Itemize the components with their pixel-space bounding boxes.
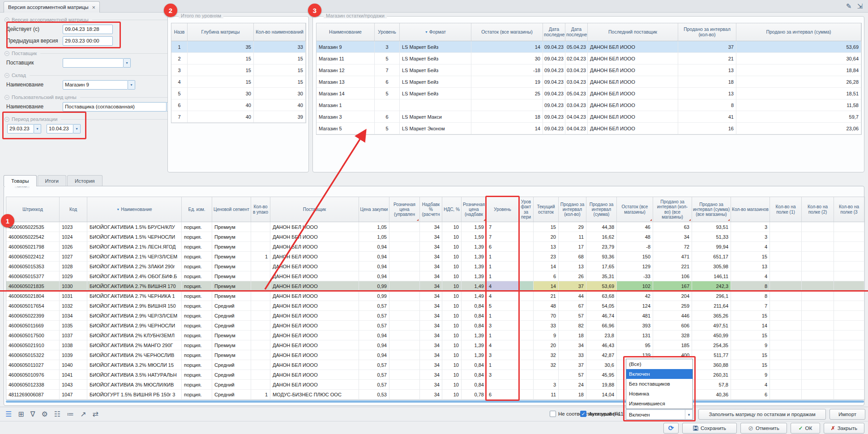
previous-version-input[interactable] (63, 36, 113, 46)
sku-row[interactable]: 46006050219101038БИОЙОГ.АКТИВИА 2% МАНГО… (6, 340, 864, 350)
dropdown-item[interactable]: Новинка (626, 389, 693, 399)
level-row[interactable]: 31515 (171, 64, 306, 76)
store-row[interactable]: Магазин 36LS Маркет Макси1809.04.2304.04… (316, 111, 861, 123)
column-header[interactable]: Продано за интервал (сумма) (736, 23, 861, 41)
import-button[interactable]: Импорт (830, 409, 865, 420)
calendar-dropdown-icon[interactable]: ▾ (73, 124, 81, 133)
level-row[interactable]: 13533 (171, 41, 306, 53)
horizontal-scrollbar[interactable] (6, 400, 864, 403)
level-row[interactable]: 74039 (171, 111, 306, 123)
column-header[interactable]: Остаток (все магазины) (471, 23, 543, 41)
column-header[interactable]: ▼Формат (400, 23, 471, 41)
chevron-down-icon[interactable]: ▾ (685, 410, 693, 419)
refresh-button[interactable]: ⟳ (663, 423, 679, 434)
sku-row[interactable]: 46006050109761041БИОЙОГ.АКТИВИА 3.5% НАТ… (6, 370, 864, 380)
close-icon[interactable]: × (92, 4, 96, 11)
sku-row[interactable]: 48112690060871047БИОЙОГУРТ 1.5% ВИШНЯ РБ… (6, 390, 864, 400)
sku-row[interactable]: 46006050116691035БИОЙОГ.АКТИВИА 2.9% ЧЕР… (6, 321, 864, 331)
column-header[interactable]: Кол-во в упако (251, 197, 270, 222)
store-row[interactable]: Магазин 145LS Маркет Бейз2509.04.2305.04… (316, 88, 861, 99)
store-row[interactable]: Магазин 55LS Маркет Эконом1409.04.2304.0… (316, 123, 861, 134)
collapse-icon[interactable]: − (4, 73, 9, 78)
sku-row[interactable]: 46006050153531028БИОЙОГ.АКТИВИА 2.2% ЗЛА… (6, 262, 864, 271)
sku-row[interactable]: 46006050218351030БИОЙОГ.АКТИВИА 2.7% ВИШ… (6, 281, 864, 291)
column-header[interactable]: Продано за интервал (сумма) (586, 197, 617, 222)
view-mode-icon[interactable]: ☰ (5, 410, 12, 418)
price-view-input[interactable] (63, 102, 167, 112)
sort-filter-icon[interactable]: ▼ (425, 30, 428, 34)
active-checkbox[interactable]: ✓ Активный (F11 (580, 411, 624, 417)
column-header[interactable]: Дата последне (543, 23, 565, 41)
tab-history[interactable]: История (67, 175, 103, 186)
column-header[interactable]: Глубина матрицы (188, 23, 254, 41)
sort-filter-icon[interactable]: ▼ (116, 208, 120, 211)
edit-icon[interactable]: ✎ (846, 2, 852, 10)
valid-from-input[interactable] (63, 25, 113, 34)
list-filter-icon[interactable]: ≔ (67, 410, 74, 418)
column-header[interactable]: Розничная цена (надбавк (462, 197, 487, 222)
checkbox-checked-icon[interactable]: ✓ (580, 411, 586, 417)
column-header[interactable]: Дата последне (565, 23, 588, 41)
column-header[interactable]: Штрихкод (6, 197, 60, 222)
column-header[interactable]: Продано за интервал (кол-во) (678, 23, 736, 41)
warehouse-input[interactable] (63, 80, 128, 90)
column-header[interactable]: Поставщик (270, 197, 359, 222)
sku-row[interactable]: 46006050153221039БИОЙОГ.АКТИВИА 2% ЧЕРНО… (6, 350, 864, 360)
column-header[interactable]: Уров факт за пери (519, 197, 534, 222)
column-header[interactable]: Надбавк % (расчетн (420, 197, 442, 222)
sku-row[interactable]: 46006050225421024БИОЙОГ.АКТИВИА 1.5% ЧЕР… (6, 232, 864, 242)
column-header[interactable]: Назв (171, 23, 188, 41)
store-row[interactable]: Магазин 127LS Маркет Бейз-1809.04.2303.0… (316, 64, 861, 76)
level-row[interactable]: 53030 (171, 88, 306, 99)
tab-products[interactable]: Товары (4, 175, 37, 186)
collapse-icon[interactable]: − (4, 117, 9, 122)
grid-view-icon[interactable]: ⊞ (18, 410, 24, 418)
column-header[interactable]: Кол-во на полке (3 (834, 197, 864, 222)
column-header[interactable]: Уровень (487, 197, 519, 222)
collapse-icon[interactable]: − (4, 95, 9, 100)
period-from-input[interactable] (7, 124, 34, 133)
collapse-icon[interactable]: − (4, 17, 9, 22)
column-header[interactable]: ▼Наименование (87, 197, 182, 222)
store-row[interactable]: Магазин 115LS Маркет Бейз3009.04.2302.04… (316, 53, 861, 64)
level-row[interactable]: 21515 (171, 53, 306, 64)
active-filter-combobox[interactable]: Включен ▾ (626, 409, 693, 420)
sku-row[interactable]: 46006050217981026БИОЙОГ.АКТИВИА 2.1% ЛЕС… (6, 242, 864, 252)
column-header[interactable]: Текущий остаток (534, 197, 559, 222)
period-to-input[interactable] (47, 124, 73, 133)
calendar-dropdown-icon[interactable]: ▾ (34, 124, 41, 133)
collapse-icon[interactable]: − (4, 51, 9, 56)
column-header[interactable]: Уровень (375, 23, 400, 41)
filter-funnel-icon[interactable]: ∇ (30, 410, 35, 418)
column-header[interactable]: Кол-во на полке (2) (802, 197, 834, 222)
column-header[interactable]: Ед. изм. (182, 197, 212, 222)
column-header[interactable]: Ценовой сегмент (212, 197, 251, 222)
column-header[interactable]: Последний поставщик (588, 23, 678, 41)
sku-row[interactable]: 46006050224121027БИОЙОГ.АКТИВИА 2.1% ЧЕР… (6, 252, 864, 262)
store-row[interactable]: Магазин 136LS Маркет Бейз1909.04.2303.04… (316, 76, 861, 88)
checkbox-icon[interactable] (550, 411, 556, 417)
level-row[interactable]: 64040 (171, 99, 306, 111)
store-row[interactable]: Магазин 109.04.2303.04.23ДАНОН БЕЛ ИООО8… (316, 99, 861, 111)
column-header[interactable]: Продано за интервал (кол-во) (559, 197, 586, 222)
sku-row[interactable]: 46006050110271040БИОЙОГ.АКТИВИА 3.2% МЮС… (6, 360, 864, 370)
swap-icon[interactable]: ⇄ (93, 410, 98, 418)
close-button[interactable]: ✗ Закрыть (824, 423, 864, 434)
column-header[interactable]: Продано за интервал (кол-во) (все магази… (653, 197, 692, 222)
column-header[interactable]: Наименование (316, 23, 375, 41)
sku-row[interactable]: 46006050225351023БИОЙОГ.АКТИВИА 1.5% БРУ… (6, 222, 864, 232)
sku-row[interactable]: 46006050123381043БИОЙОГ.АКТИВИА 3% МЮСЛИ… (6, 380, 864, 390)
save-button[interactable]: Сохранить (682, 423, 737, 434)
fill-matrix-button[interactable]: Заполнить матрицу по остаткам и продажам (698, 409, 826, 420)
sku-row[interactable]: 46006050176541032БИОЙОГ.АКТИВИА 2.9% ВИШ… (6, 301, 864, 311)
dropdown-item[interactable]: (Все) (626, 359, 693, 369)
level-row[interactable]: 41515 (171, 76, 306, 88)
sku-row[interactable]: 46006050223991034БИОЙОГ.АКТИВИА 2.9% ЧЕР… (6, 311, 864, 321)
column-header[interactable]: Остаток (все магазины) (617, 197, 653, 222)
tab-totals[interactable]: Итоги (38, 175, 66, 186)
dropdown-item[interactable]: Без поставщиков (626, 379, 693, 389)
store-row[interactable]: Магазин 93LS Маркет Бейз1409.04.2305.04.… (316, 41, 861, 53)
column-header[interactable]: Кол-во наименований (254, 23, 306, 41)
supplier-input[interactable] (63, 58, 124, 68)
chevron-down-icon[interactable]: ▾ (128, 80, 135, 90)
